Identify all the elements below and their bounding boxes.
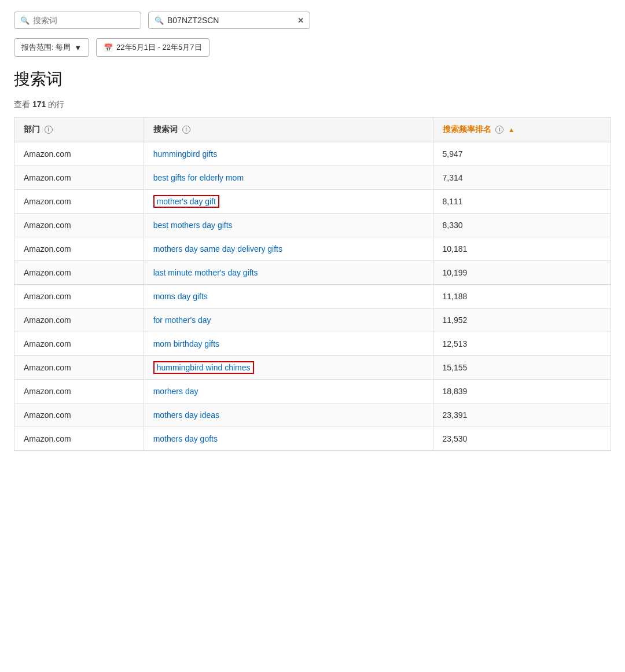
date-range-button[interactable]: 📅 22年5月1日 - 22年5月7日 <box>96 38 209 57</box>
cell-dept: Amazon.com <box>14 309 144 332</box>
table-row: Amazon.commothers day same day delivery … <box>14 237 611 261</box>
table-row: Amazon.commothers day gofts23,530 <box>14 427 611 451</box>
calendar-icon: 📅 <box>104 43 113 52</box>
row-count: 查看 171 的行 <box>14 100 611 110</box>
col-header-rank[interactable]: 搜索频率排名 i ▲ <box>433 117 611 142</box>
sort-arrow-icon: ▲ <box>508 126 514 133</box>
cell-dept: Amazon.com <box>14 166 144 190</box>
filter-row: 报告范围: 每周 ▼ 📅 22年5月1日 - 22年5月7日 <box>14 38 611 57</box>
cell-rank: 15,155 <box>433 356 611 380</box>
rank-info-icon[interactable]: i <box>495 126 503 134</box>
search-terms-table: 部门 i 搜索词 i 搜索频率排名 i ▲ Amazon.comhummingb… <box>14 117 611 451</box>
cell-dept: Amazon.com <box>14 190 144 214</box>
page-title: 搜索词 <box>14 68 611 90</box>
table-row: Amazon.comhummingbird gifts5,947 <box>14 142 611 166</box>
cell-dept: Amazon.com <box>14 237 144 261</box>
table-row: Amazon.comfor mother's day11,952 <box>14 309 611 332</box>
table-row: Amazon.commorhers day18,839 <box>14 380 611 403</box>
highlighted-keyword[interactable]: hummingbird wind chimes <box>153 361 254 374</box>
cell-keyword[interactable]: morhers day <box>144 380 433 403</box>
cell-dept: Amazon.com <box>14 380 144 403</box>
table-row: Amazon.commother's day gift8,111 <box>14 190 611 214</box>
table-row: Amazon.comlast minute mother's day gifts… <box>14 261 611 285</box>
cell-keyword[interactable]: mothers day same day delivery gifts <box>144 237 433 261</box>
cell-dept: Amazon.com <box>14 285 144 309</box>
cell-dept: Amazon.com <box>14 356 144 380</box>
highlighted-keyword[interactable]: mother's day gift <box>153 195 219 208</box>
search-clear-button[interactable]: ✕ <box>297 16 304 25</box>
search-input-2[interactable] <box>167 16 294 25</box>
col-header-dept: 部门 i <box>14 117 144 142</box>
cell-rank: 8,330 <box>433 214 611 237</box>
cell-keyword[interactable]: mothers day ideas <box>144 403 433 427</box>
cell-rank: 10,181 <box>433 237 611 261</box>
cell-rank: 8,111 <box>433 190 611 214</box>
cell-dept: Amazon.com <box>14 403 144 427</box>
cell-rank: 5,947 <box>433 142 611 166</box>
cell-keyword[interactable]: best mothers day gifts <box>144 214 433 237</box>
search-input-1[interactable] <box>33 16 135 25</box>
cell-dept: Amazon.com <box>14 261 144 285</box>
cell-dept: Amazon.com <box>14 332 144 356</box>
cell-keyword[interactable]: mom birthday gifts <box>144 332 433 356</box>
cell-dept: Amazon.com <box>14 142 144 166</box>
table-row: Amazon.comhummingbird wind chimes15,155 <box>14 356 611 380</box>
cell-dept: Amazon.com <box>14 427 144 451</box>
col-header-keyword: 搜索词 i <box>144 117 433 142</box>
dropdown-icon: ▼ <box>74 43 82 52</box>
date-range-label: 22年5月1日 - 22年5月7日 <box>116 42 201 53</box>
row-count-suffix: 的行 <box>46 100 64 109</box>
dept-info-icon[interactable]: i <box>45 126 53 134</box>
search-icon-1: 🔍 <box>20 16 30 25</box>
table-row: Amazon.commothers day ideas23,391 <box>14 403 611 427</box>
search-box-2[interactable]: 🔍 ✕ <box>148 12 310 29</box>
table-row: Amazon.combest mothers day gifts8,330 <box>14 214 611 237</box>
cell-rank: 18,839 <box>433 380 611 403</box>
cell-rank: 12,513 <box>433 332 611 356</box>
cell-rank: 10,199 <box>433 261 611 285</box>
cell-keyword[interactable]: hummingbird gifts <box>144 142 433 166</box>
cell-keyword[interactable]: mother's day gift <box>144 190 433 214</box>
cell-keyword[interactable]: mothers day gofts <box>144 427 433 451</box>
search-icon-2: 🔍 <box>155 16 164 25</box>
report-range-button[interactable]: 报告范围: 每周 ▼ <box>14 38 89 57</box>
cell-keyword[interactable]: for mother's day <box>144 309 433 332</box>
cell-keyword[interactable]: hummingbird wind chimes <box>144 356 433 380</box>
cell-keyword[interactable]: last minute mother's day gifts <box>144 261 433 285</box>
keyword-info-icon[interactable]: i <box>182 126 190 134</box>
table-header-row: 部门 i 搜索词 i 搜索频率排名 i ▲ <box>14 117 611 142</box>
cell-rank: 23,391 <box>433 403 611 427</box>
row-count-prefix: 查看 <box>14 100 32 109</box>
cell-rank: 11,188 <box>433 285 611 309</box>
cell-rank: 11,952 <box>433 309 611 332</box>
table-row: Amazon.combest gifts for elderly mom7,31… <box>14 166 611 190</box>
cell-keyword[interactable]: best gifts for elderly mom <box>144 166 433 190</box>
cell-rank: 7,314 <box>433 166 611 190</box>
report-range-label: 报告范围: 每周 <box>21 42 71 53</box>
search-bar-row: 🔍 🔍 ✕ <box>14 12 611 29</box>
table-row: Amazon.commoms day gifts11,188 <box>14 285 611 309</box>
row-count-number: 171 <box>32 100 46 109</box>
cell-dept: Amazon.com <box>14 214 144 237</box>
cell-rank: 23,530 <box>433 427 611 451</box>
search-box-1[interactable]: 🔍 <box>14 12 141 29</box>
cell-keyword[interactable]: moms day gifts <box>144 285 433 309</box>
table-row: Amazon.commom birthday gifts12,513 <box>14 332 611 356</box>
